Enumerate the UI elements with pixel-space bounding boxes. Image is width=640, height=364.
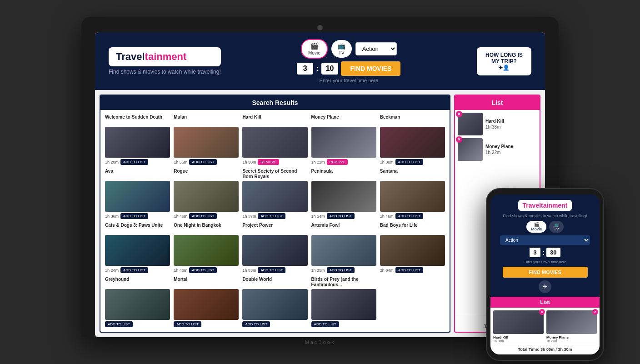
movie-duration: 1h 36m [105,214,119,219]
list-movie-title: Hard Kill [485,119,504,124]
phone-list-remove-btn[interactable]: ✕ [592,309,598,315]
genre-select[interactable]: Action Comedy Drama Horror Sci-Fi [355,42,397,55]
movie-image [311,235,376,266]
list-info: Hard Kill 1h 38m [485,119,504,130]
add-to-list-btn[interactable]: ADD TO LIST [311,321,339,327]
movie-duration: 1h 46m [380,214,394,219]
movie-card: Cats & Dogs 3: Paws Unite 1h 24m ADD TO … [103,221,172,275]
add-to-list-btn[interactable]: ADD TO LIST [120,267,148,273]
phone-total: Total Time: 3h 00m / 3h 30m [493,345,597,352]
add-to-list-btn[interactable]: ADD TO LIST [189,213,217,219]
movie-card: Double World ADD TO LIST [240,275,309,329]
add-to-list-btn[interactable]: ADD TO LIST [395,159,423,165]
movie-footer: 1h 38m REMOVE [242,159,307,165]
phone-movie-icon: 🎬 [534,222,539,227]
movie-duration: 1h 30m [380,160,394,165]
add-to-list-btn[interactable]: ADD TO LIST [327,213,355,219]
phone-brand-prefix: Travel [523,202,541,209]
movie-footer: 1h 24m ADD TO LIST [105,267,170,273]
movie-footer: 1h 20m ADD TO LIST [105,159,170,165]
phone-list-header: List [490,297,600,308]
hours-input[interactable]: 3 [297,63,313,75]
phone-movie-btn[interactable]: 🎬 Movie [526,221,546,233]
movie-toggle-btn[interactable]: 🎬 Movie [301,39,328,59]
movie-image [242,289,307,320]
brand-prefix: Travel [116,51,145,62]
movie-thumb [174,235,239,266]
movie-thumb [242,127,307,158]
movie-duration: 1h 38m [242,160,256,165]
movie-card: Rogue 1h 46m ADD TO LIST [172,167,240,221]
movie-card: Birds of Prey (and the Fantabulous... AD… [310,275,378,329]
movie-image [105,235,170,266]
movie-thumb [174,289,239,320]
add-to-list-btn[interactable]: ADD TO LIST [189,267,217,273]
movie-thumb [242,235,307,266]
remove-btn[interactable]: REMOVE [258,159,279,165]
laptop-screen: Traveltainment Find shows & movies to wa… [95,32,545,337]
movie-title: Rogue [174,169,188,180]
add-to-list-btn[interactable]: ADD TO LIST [120,159,148,165]
movie-duration: 2h 04m [380,268,394,273]
list-header: List [455,95,540,110]
add-to-list-btn[interactable]: ADD TO LIST [242,321,270,327]
list-remove-btn[interactable]: ✕ [456,111,462,117]
phone-movie-label: Movie [531,227,542,231]
movie-thumb [311,235,376,266]
phone-minutes[interactable]: 30 [546,248,560,257]
brand-section: Traveltainment Find shows & movies to wa… [109,47,221,75]
phone-tv-btn[interactable]: 📺 TV [549,221,564,233]
movie-image [174,235,239,266]
movie-thumb [174,127,239,158]
add-to-list-btn[interactable]: ADD TO LIST [395,213,423,219]
tv-toggle-btn[interactable]: 📺 TV [331,40,352,58]
movie-image [242,235,307,266]
add-to-list-btn[interactable]: ADD TO LIST [327,267,355,273]
movie-title: Ava [105,169,113,180]
movie-duration: 1h 45m [174,268,187,273]
add-to-list-btn[interactable]: ADD TO LIST [189,159,217,165]
phone-find-btn[interactable]: FIND MOVIES [503,267,588,278]
phone-total-label: Total Time: [518,347,539,352]
find-movies-btn[interactable]: FIND MOVIES [341,61,400,76]
movie-thumb [105,127,170,158]
movie-card: Ava 1h 36m ADD TO LIST [103,167,172,221]
movie-image [105,181,170,212]
movie-title: Greyhound [105,277,129,288]
add-to-list-btn[interactable]: ADD TO LIST [174,321,201,327]
brand-logo: Traveltainment [109,47,221,66]
minutes-input[interactable]: 10 [321,63,339,75]
movie-thumb [105,289,170,320]
movie-duration: 1h 37m [242,214,256,219]
movie-label: Movie [308,50,320,55]
phone-hours[interactable]: 3 [530,248,540,257]
add-to-list-btn[interactable]: ADD TO LIST [120,213,148,219]
movie-footer: ADD TO LIST [311,321,376,327]
movies-grid: Welcome to Sudden Death 1h 20m ADD TO LI… [100,110,450,332]
movie-footer: 1h 53m ADD TO LIST [242,267,307,273]
results-header: Search Results [100,95,450,110]
movie-card: One Night in Bangkok 1h 45m ADD TO LIST [172,221,240,275]
results-panel: Search Results Welcome to Sudden Death 1… [100,95,450,333]
add-to-list-btn[interactable]: ADD TO LIST [258,213,285,219]
add-to-list-btn[interactable]: ADD TO LIST [395,267,423,273]
phone-list-item: ✕ Money Plane 1h 22m [546,310,597,343]
movie-image [174,289,239,320]
movie-footer: 1h 55m ADD TO LIST [174,159,239,165]
movie-footer: 1h 46m ADD TO LIST [174,213,239,219]
movie-thumb [242,181,307,212]
remove-btn[interactable]: REMOVE [327,159,348,165]
movie-thumb [311,181,376,212]
how-long-btn[interactable]: HOW LONG IS MY TRIP? ✈👤 [477,47,531,75]
phone-list-remove-btn[interactable]: ✕ [539,309,545,315]
add-to-list-btn[interactable]: ADD TO LIST [105,321,133,327]
phone-genre-select[interactable]: Action Comedy [500,235,590,245]
add-to-list-btn[interactable]: ADD TO LIST [258,267,285,273]
list-remove-btn[interactable]: ✕ [456,136,462,143]
movie-thumb [380,235,445,266]
phone-howlong-btn[interactable]: ✈ [539,280,551,293]
list-movie-title: Money Plane [485,144,513,149]
main-content: Search Results Welcome to Sudden Death 1… [95,90,545,337]
movie-card: Mortal ADD TO LIST [172,275,240,329]
movie-footer: 1h 22m REMOVE [311,159,376,165]
